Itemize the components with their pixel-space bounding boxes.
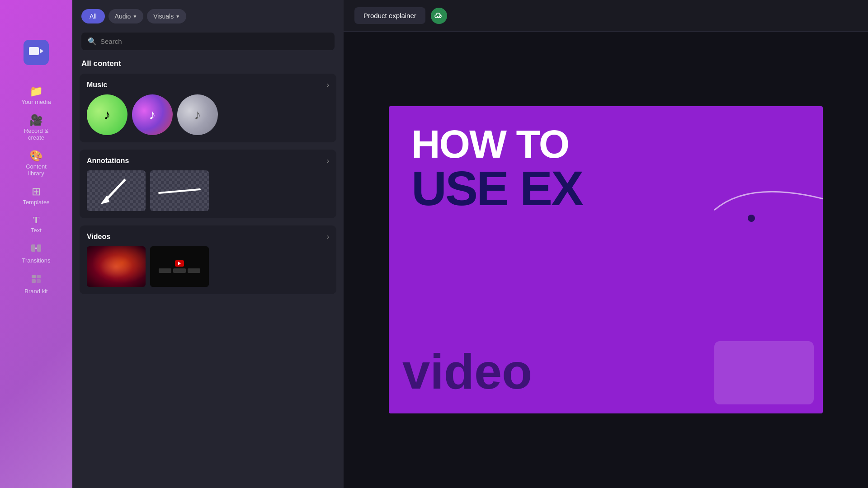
content-library-label: Contentlibrary [26, 163, 47, 177]
videos-section-title: Videos [87, 233, 110, 241]
visuals-chevron-icon: ▼ [175, 14, 180, 19]
sidebar-item-templates[interactable]: ⊞ Templates [9, 182, 63, 211]
annotations-section-items [80, 170, 336, 218]
templates-label: Templates [23, 199, 49, 206]
video-item-yt[interactable] [150, 246, 209, 287]
music-section-title: Music [87, 81, 107, 89]
use-ex-text: USE EX [411, 164, 582, 213]
videos-section-items [80, 246, 336, 294]
transitions-label: Transitions [22, 257, 50, 264]
yt-play-icon [178, 262, 181, 265]
auto-save-icon [431, 8, 447, 24]
music-section-arrow-icon: › [327, 81, 329, 89]
music-item-2[interactable]: ♪ [132, 94, 173, 135]
music-section-items: ♪ ♪ ♪ [80, 94, 336, 142]
your-media-label: Your media [21, 99, 51, 106]
dot-accent [748, 215, 755, 222]
card-overlay [714, 341, 814, 404]
app-logo[interactable] [24, 40, 49, 65]
yt-btn-1 [159, 268, 171, 273]
search-bar: 🔍 [72, 29, 344, 56]
svg-rect-5 [37, 275, 41, 278]
annotation-line-item[interactable] [150, 170, 209, 211]
content-library-icon: 🎨 [29, 150, 43, 161]
filter-visuals-label: Visuals [153, 13, 174, 20]
annotations-section: Annotations › [80, 150, 336, 218]
annotation-line-svg [157, 184, 202, 197]
videos-section-arrow-icon: › [327, 233, 329, 241]
content-scroll-area[interactable]: Music › ♪ ♪ ♪ Annotations › [72, 74, 344, 488]
filter-audio-button[interactable]: Audio ▼ [108, 9, 144, 23]
annotation-arrow-item[interactable] [87, 170, 146, 211]
music-item-3[interactable]: ♪ [177, 94, 218, 135]
svg-line-10 [159, 189, 200, 193]
youtube-icon [175, 260, 184, 267]
music-note-icon-1: ♪ [104, 107, 111, 122]
svg-rect-2 [31, 244, 35, 252]
music-section: Music › ♪ ♪ ♪ [80, 74, 336, 142]
svg-rect-7 [37, 279, 41, 283]
icon-sidebar: 📁 Your media 🎥 Record &create 🎨 Contentl… [0, 0, 72, 488]
music-note-icon-2: ♪ [149, 107, 156, 122]
text-nav-icon: T [33, 215, 40, 225]
annotations-section-arrow-icon: › [327, 157, 329, 165]
videos-section: Videos › [80, 225, 336, 294]
music-item-1[interactable]: ♪ [87, 94, 127, 135]
project-title-button[interactable]: Product explainer [354, 7, 425, 24]
content-panel: All Audio ▼ Visuals ▼ 🔍 All content Musi… [72, 0, 344, 488]
annotation-arrow-svg [98, 175, 134, 206]
search-icon: 🔍 [88, 37, 97, 46]
how-to-text: HOW TO [411, 124, 569, 164]
preview-canvas: HOW TO USE EX video [344, 32, 868, 488]
svg-marker-1 [40, 48, 43, 54]
audio-chevron-icon: ▼ [132, 14, 137, 19]
music-note-icon-3: ♪ [194, 107, 201, 122]
text-label: Text [31, 227, 42, 234]
svg-rect-0 [29, 47, 39, 55]
transitions-icon [31, 243, 42, 255]
svg-rect-4 [32, 275, 36, 278]
music-section-header[interactable]: Music › [80, 74, 336, 94]
filter-visuals-button[interactable]: Visuals ▼ [147, 9, 186, 23]
all-content-heading: All content [72, 56, 344, 74]
templates-icon: ⊞ [32, 186, 41, 197]
preview-area: Product explainer HOW TO USE EX video [344, 0, 868, 488]
search-input-wrap: 🔍 [81, 33, 335, 50]
search-input[interactable] [100, 38, 328, 45]
record-create-label: Record &create [24, 127, 48, 141]
filter-audio-label: Audio [115, 13, 131, 20]
videos-section-header[interactable]: Videos › [80, 225, 336, 246]
svg-rect-6 [32, 279, 36, 283]
annotations-section-header[interactable]: Annotations › [80, 150, 336, 170]
filter-bar: All Audio ▼ Visuals ▼ [72, 0, 344, 29]
sidebar-item-your-media[interactable]: 📁 Your media [9, 81, 63, 110]
your-media-icon: 📁 [29, 86, 43, 97]
sidebar-item-record-create[interactable]: 🎥 Record &create [9, 110, 63, 146]
yt-buttons [159, 268, 200, 273]
cloud-check-svg [434, 11, 443, 20]
video-preview-text: video [402, 343, 532, 400]
svg-rect-3 [37, 244, 41, 252]
preview-header: Product explainer [344, 0, 868, 32]
brand-kit-icon [31, 273, 42, 286]
sidebar-item-transitions[interactable]: Transitions [9, 238, 63, 269]
yt-btn-2 [173, 268, 186, 273]
sidebar-item-content-library[interactable]: 🎨 Contentlibrary [9, 146, 63, 182]
brand-kit-label: Brand kit [24, 288, 47, 295]
record-create-icon: 🎥 [29, 115, 43, 126]
yt-btn-3 [188, 268, 200, 273]
filter-all-button[interactable]: All [81, 9, 105, 23]
canvas-content: HOW TO USE EX video [389, 106, 823, 413]
sidebar-item-brand-kit[interactable]: Brand kit [9, 269, 63, 300]
annotations-section-title: Annotations [87, 157, 129, 165]
sidebar-item-text[interactable]: T Text [9, 211, 63, 239]
video-item-particles[interactable] [87, 246, 146, 287]
curved-decorative-line [705, 174, 823, 228]
